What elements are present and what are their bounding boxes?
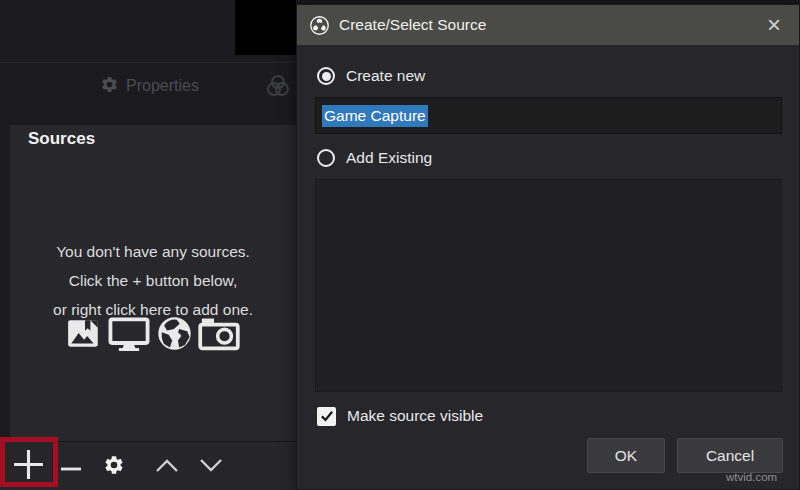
toolbar-divider [0, 62, 296, 63]
radio-unselected-icon [317, 149, 335, 167]
dialog-titlebar[interactable]: Create/Select Source × [297, 5, 799, 45]
create-new-option[interactable]: Create new [317, 63, 425, 89]
dialog-title: Create/Select Source [339, 16, 486, 34]
create-new-label: Create new [346, 67, 425, 85]
up-chevron-icon [155, 458, 179, 476]
create-select-source-dialog: Create/Select Source × Create new Game C… [296, 4, 800, 490]
sources-empty-message: You don't have any sources. Click the + … [10, 237, 296, 324]
source-properties-button[interactable] [101, 442, 127, 490]
source-name-input[interactable]: Game Capture [315, 97, 782, 134]
existing-sources-list[interactable] [315, 179, 782, 392]
ok-button[interactable]: OK [587, 438, 665, 473]
properties-button-label: Properties [126, 77, 199, 95]
display-source-icon [107, 316, 151, 352]
make-source-visible-label: Make source visible [347, 407, 483, 425]
minus-icon [60, 458, 82, 476]
move-source-up-button[interactable] [152, 442, 182, 490]
cancel-button[interactable]: Cancel [677, 438, 783, 473]
preview-black-region [235, 0, 296, 55]
remove-source-button[interactable] [58, 442, 84, 490]
gear-icon [100, 75, 119, 98]
add-existing-option[interactable]: Add Existing [317, 145, 432, 171]
empty-message-line: Click the + button below, [10, 266, 296, 295]
watermark: wtvid.com [726, 471, 777, 483]
radio-selected-icon [317, 67, 335, 85]
down-chevron-icon [199, 458, 223, 476]
obs-logo-icon [309, 15, 330, 36]
highlight-annotation-box [0, 437, 58, 487]
obs-screen: Properties Sources You don't have any so… [0, 0, 800, 490]
checkbox-checked-icon [317, 407, 336, 426]
sources-panel: Sources You don't have any sources. Clic… [10, 125, 296, 441]
properties-button[interactable]: Properties [100, 68, 199, 104]
empty-message-line: You don't have any sources. [10, 237, 296, 266]
radio-dot [322, 72, 331, 81]
make-source-visible-option[interactable]: Make source visible [317, 403, 483, 429]
source-type-icons [10, 315, 296, 352]
image-source-icon [66, 317, 102, 351]
globe-source-icon [156, 315, 193, 352]
add-existing-label: Add Existing [346, 149, 432, 167]
filters-icon [264, 72, 294, 100]
move-source-down-button[interactable] [196, 442, 226, 490]
close-icon[interactable]: × [759, 5, 789, 45]
source-name-selected-text: Game Capture [322, 105, 428, 127]
camera-source-icon [198, 316, 240, 352]
sources-panel-title: Sources [28, 129, 95, 149]
gear-icon [103, 454, 125, 480]
